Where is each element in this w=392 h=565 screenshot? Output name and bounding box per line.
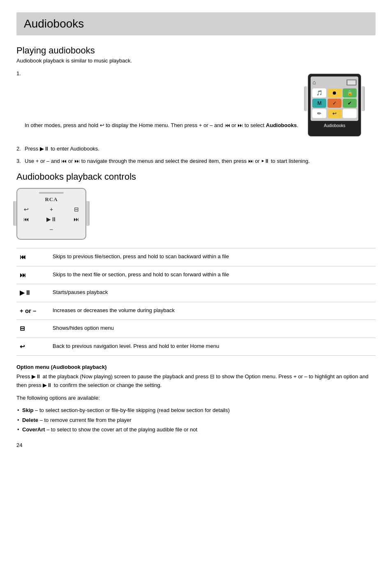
table-row-back: ↩ Back to previous navigation level. Pre…	[16, 338, 376, 356]
device-grid-2: M ✓ ✔	[312, 99, 357, 108]
side-lines-right	[362, 86, 365, 111]
device-image: ⌂ ▓▓▓ 🎵 ⏺ 🔒 M ✓ ✔ ✏ ↩	[308, 74, 361, 137]
step-2: 2. Press ▶⏸ to enter Audiobooks.	[16, 145, 376, 153]
option-menu-section: Option menu (Audiobook playback) Press ▶…	[16, 364, 376, 434]
device-grid: 🎵 ⏺ 🔒	[312, 88, 357, 97]
next-button: ⏭	[72, 216, 81, 222]
symbol-vol: + or –	[16, 302, 49, 320]
section1-subtitle: Audiobook playback is similar to music p…	[16, 58, 376, 64]
step-3-text: Use + or – and ⏮ or ⏭ to navigate throug…	[25, 158, 310, 164]
step-3: 3. Use + or – and ⏮ or ⏭ to navigate thr…	[16, 157, 376, 165]
page-header: Audiobooks	[16, 12, 376, 35]
controls-device-image: RCA ↩ + ⊟ ⏮ ▶⏸ ⏭ –	[16, 188, 86, 240]
grid-item-4: M	[312, 99, 326, 108]
desc-play: Starts/pauses playback	[49, 284, 376, 302]
option-menu-desc1: Press ▶⏸ at the playback (Now playing) s…	[16, 373, 376, 390]
table-row-vol: + or – Increases or decreases the volume…	[16, 302, 376, 320]
step-3-num: 3.	[16, 157, 21, 165]
grid-item-1: 🎵	[312, 88, 326, 97]
option-skip: Skip – to select section-by-section or f…	[16, 406, 376, 414]
section2-title: Audiobooks playback controls	[16, 171, 376, 182]
table-row-prev: ⏮ Skips to previous file/section, press …	[16, 248, 376, 266]
grid-item-5: ✓	[327, 99, 341, 108]
desc-vol: Increases or decreases the volume during…	[49, 302, 376, 320]
symbol-back: ↩	[16, 338, 49, 356]
device-top-bar: ⌂ ▓▓▓	[312, 78, 357, 87]
symbol-play: ▶⏸	[16, 284, 49, 302]
option-following-text: The following options are available:	[16, 394, 376, 403]
page-title: Audiobooks	[24, 17, 368, 30]
controls-minus: –	[22, 226, 81, 232]
delete-label: Delete	[22, 417, 38, 423]
audiobooks-bold: Audiobooks	[266, 122, 297, 128]
option-coverart: CoverArt – to select to show the cover a…	[16, 426, 376, 434]
controls-brand: RCA	[22, 196, 81, 203]
grid-item-3: 🔒	[343, 88, 357, 97]
device-screen: ⌂ ▓▓▓ 🎵 ⏺ 🔒 M ✓ ✔ ✏ ↩	[311, 76, 358, 121]
section1-title: Playing audiobooks	[16, 45, 376, 56]
battery-icon: ▓▓▓	[346, 79, 357, 86]
grid-item-6: ✔	[343, 99, 357, 108]
controls-device-body: RCA ↩ + ⊟ ⏮ ▶⏸ ⏭ –	[16, 188, 86, 240]
step-1-num: 1.	[16, 69, 21, 78]
desc-prev: Skips to previous file/section, press an…	[49, 248, 376, 266]
step-2-num: 2.	[16, 145, 21, 153]
controls-row-2: ⏮ ▶⏸ ⏭	[22, 216, 81, 222]
table-row-next: ⏭ Skips to the next file or section, pre…	[16, 266, 376, 284]
desc-back: Back to previous navigation level. Press…	[49, 338, 376, 356]
page-number: 24	[16, 442, 376, 448]
symbol-menu: ⊟	[16, 320, 49, 338]
option-menu-title: Option menu (Audiobook playback)	[16, 364, 376, 370]
grid-item-2: ⏺	[327, 88, 341, 97]
device-grid-3: ✏ ↩	[312, 109, 357, 118]
step-1: 1. In other modes, press and hold ↩ to d…	[16, 69, 376, 141]
step-2-text: Press ▶⏸ to enter Audiobooks.	[25, 146, 99, 152]
home-icon: ⌂	[312, 78, 316, 87]
device-label: Audiobooks	[311, 123, 358, 129]
controls-row-1: ↩ + ⊟	[22, 206, 81, 213]
side-lines-left	[304, 86, 307, 111]
device-body: ⌂ ▓▓▓ 🎵 ⏺ 🔒 M ✓ ✔ ✏ ↩	[308, 74, 361, 137]
step-1-text: In other modes, press and hold ↩ to disp…	[25, 122, 298, 128]
symbol-next: ⏭	[16, 266, 49, 284]
skip-label: Skip	[22, 407, 33, 413]
grid-item-9	[343, 109, 357, 118]
coverart-label: CoverArt	[22, 426, 45, 433]
grid-item-8: ↩	[327, 109, 341, 118]
controls-top-bar	[39, 192, 64, 194]
desc-menu: Shows/hides option menu	[49, 320, 376, 338]
menu-button: ⊟	[72, 206, 81, 213]
controls-table: ⏮ Skips to previous file/section, press …	[16, 248, 376, 356]
prev-button: ⏮	[22, 216, 30, 222]
symbol-prev: ⏮	[16, 248, 49, 266]
option-delete: Delete – to remove current file from the…	[16, 416, 376, 424]
table-row-play: ▶⏸ Starts/pauses playback	[16, 284, 376, 302]
grid-item-7: ✏	[312, 109, 326, 118]
table-row-menu: ⊟ Shows/hides option menu	[16, 320, 376, 338]
ctrl-side-left	[13, 201, 16, 226]
plus-button: +	[47, 206, 55, 213]
back-button: ↩	[22, 206, 30, 213]
play-pause-button: ▶⏸	[46, 216, 57, 222]
ctrl-side-right	[86, 201, 90, 226]
desc-next: Skips to the next file or section, press…	[49, 266, 376, 284]
steps-list: 1. In other modes, press and hold ↩ to d…	[16, 69, 376, 165]
option-list: Skip – to select section-by-section or f…	[16, 406, 376, 434]
